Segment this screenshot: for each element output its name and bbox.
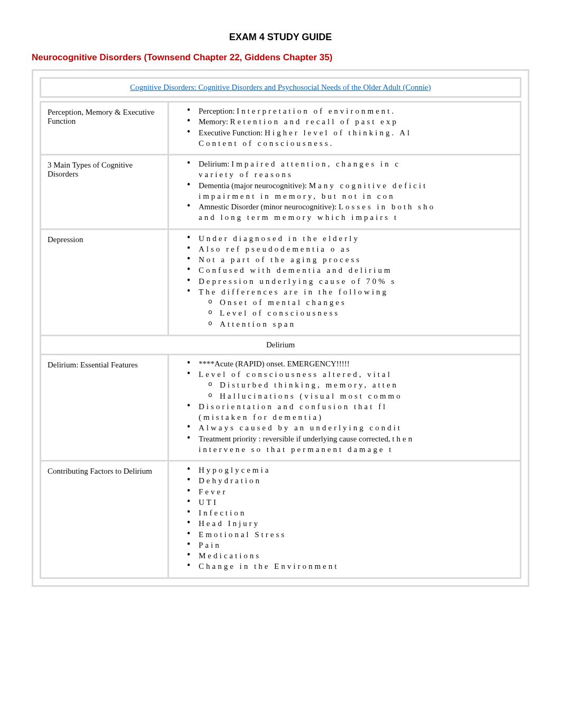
item-text: Impaired attention, changes in c <box>231 160 400 168</box>
item-text: Disorientation and confusion that fl <box>199 402 387 411</box>
item-text: Emotional Stress <box>199 530 286 539</box>
list-item: Perception: Interpretation of environmen… <box>187 106 515 116</box>
content-box: Cognitive Disorders: Cognitive Disorders… <box>32 69 529 587</box>
item-text: Dehydration <box>199 476 261 485</box>
item-text: Hypoglycemia <box>199 466 270 474</box>
item-text: Under diagnosed in the elderly <box>199 234 360 243</box>
list-item: Change in the Environment <box>187 561 515 572</box>
list-item: Not a part of the aging process <box>187 254 515 265</box>
row-label: Contributing Factors to Delirium <box>41 462 169 577</box>
list-continuation: impairment in memory, but not in con <box>187 191 515 201</box>
row-content: Perception: Interpretation of environmen… <box>169 103 520 154</box>
sub-list-item: Disturbed thinking, memory, atten <box>208 380 515 390</box>
item-text: Confused with dementia and delirium <box>199 266 392 274</box>
table-row: Contributing Factors to DeliriumHypoglyc… <box>40 462 521 579</box>
list-item: Hypoglycemia <box>187 465 515 475</box>
subsection-delirium: Delirium <box>40 336 521 355</box>
row-label: 3 Main Types of Cognitive Disorders <box>41 155 169 228</box>
list-item: The differences are in the following <box>187 287 515 297</box>
item-text: Infection <box>199 509 246 517</box>
table-row: Perception, Memory & Executive FunctionP… <box>40 101 521 155</box>
item-text: Losses in both sho <box>339 202 435 211</box>
sub-list-item: Level of consciousness <box>208 308 515 318</box>
row-content: Delirium: Impaired attention, changes in… <box>169 155 520 228</box>
row-label: Perception, Memory & Executive Function <box>41 103 169 154</box>
list-item: Dehydration <box>187 475 515 486</box>
list-continuation: Content of consciousness. <box>187 138 515 149</box>
item-text: Level of consciousness altered, vital <box>199 370 392 379</box>
item-text: Not a part of the aging process <box>199 255 361 264</box>
page-title: EXAM 4 STUDY GUIDE <box>32 32 529 43</box>
item-text: Higher level of thinking. Al <box>265 128 412 137</box>
item-label: Delirium: <box>199 160 231 168</box>
item-text: Fever <box>199 487 227 496</box>
list-item: Medications <box>187 550 515 561</box>
list-item: Level of consciousness altered, vital <box>187 369 515 380</box>
list-item: Head Injury <box>187 518 515 529</box>
list-continuation: and long term memory which impairs t <box>187 212 515 223</box>
item-label: Executive Function: <box>199 128 265 137</box>
row-content: HypoglycemiaDehydrationFeverUTIInfection… <box>169 462 520 577</box>
list-item: Confused with dementia and delirium <box>187 265 515 275</box>
table-row: 3 Main Types of Cognitive DisordersDelir… <box>40 155 521 230</box>
list-item: Fever <box>187 486 515 497</box>
sub-list-item: Hallucinations (visual most commo <box>208 391 515 401</box>
item-text: then <box>392 435 414 443</box>
list-continuation: variety of reasons <box>187 169 515 180</box>
item-label: Dementia (major neurocognitive): <box>199 181 309 190</box>
item-label: Treatment priority : reversible if under… <box>199 435 392 443</box>
link-header[interactable]: Cognitive Disorders: Cognitive Disorders… <box>40 77 521 98</box>
item-text: Retention and recall of past exp <box>230 117 398 126</box>
list-continuation: intervene so that permanent damage t <box>187 444 515 455</box>
item-text: The differences are in the following <box>199 288 388 296</box>
list-item: ****Acute (RAPID) onset. EMERGENCY!!!!! <box>187 358 515 369</box>
list-item: Depression underlying cause of 70% s <box>187 276 515 287</box>
sub-list-item: Attention span <box>208 319 515 329</box>
item-text: Also ref pseudodementia o as <box>199 245 351 253</box>
item-text: Change in the Environment <box>199 562 339 570</box>
item-label: Amnestic Disorder (minor neurocognitive)… <box>199 202 339 211</box>
list-item: Always caused by an underlying condit <box>187 422 515 433</box>
list-item: Also ref pseudodementia o as <box>187 244 515 254</box>
item-text: Medications <box>199 551 261 560</box>
list-item: Treatment priority : reversible if under… <box>187 434 515 444</box>
list-item: Amnestic Disorder (minor neurocognitive)… <box>187 201 515 212</box>
item-text: Always caused by an underlying condit <box>199 423 402 432</box>
item-label: Memory: <box>199 117 230 126</box>
item-text: Depression underlying cause of 70% s <box>199 277 396 285</box>
list-item: Delirium: Impaired attention, changes in… <box>187 159 515 169</box>
list-item: Pain <box>187 540 515 550</box>
item-text: Pain <box>199 541 221 549</box>
item-text: Many cognitive deficit <box>309 181 428 190</box>
section-heading: Neurocognitive Disorders (Townsend Chapt… <box>32 52 529 63</box>
row-content: ****Acute (RAPID) onset. EMERGENCY!!!!!L… <box>169 355 520 460</box>
table-row: DepressionUnder diagnosed in the elderly… <box>40 230 521 336</box>
list-item: Memory: Retention and recall of past exp <box>187 116 515 127</box>
list-continuation: (mistaken for dementia) <box>187 412 515 422</box>
item-label: Perception: <box>199 107 237 115</box>
item-text: UTI <box>199 498 218 506</box>
row-label: Depression <box>41 230 169 335</box>
list-item: Disorientation and confusion that fl <box>187 401 515 412</box>
row-label: Delirium: Essential Features <box>41 355 169 460</box>
list-item: Emotional Stress <box>187 529 515 540</box>
list-item: Executive Function: Higher level of thin… <box>187 127 515 138</box>
item-text: Interpretation of environment. <box>237 107 396 115</box>
table-row: Delirium: Essential Features****Acute (R… <box>40 355 521 462</box>
sub-list-item: Onset of mental changes <box>208 297 515 308</box>
list-item: Infection <box>187 508 515 518</box>
row-content: Under diagnosed in the elderlyAlso ref p… <box>169 230 520 335</box>
item-text: Head Injury <box>199 519 260 528</box>
list-item: Dementia (major neurocognitive): Many co… <box>187 180 515 191</box>
item-text: ****Acute (RAPID) onset. EMERGENCY!!!!! <box>199 360 350 368</box>
list-item: Under diagnosed in the elderly <box>187 233 515 244</box>
list-item: UTI <box>187 497 515 508</box>
